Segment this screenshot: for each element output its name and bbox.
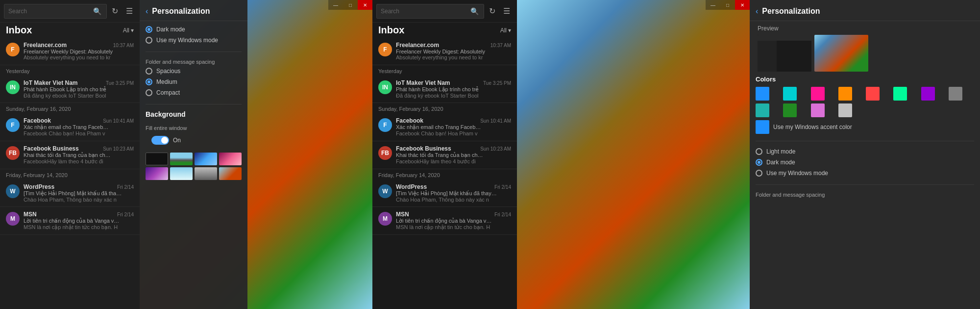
bg-image-right <box>517 0 750 309</box>
mid-avatar-3: FB <box>378 146 392 160</box>
pers-right-header: ‹ Personalization <box>750 0 980 21</box>
mail-content-4: WordPress Fri 2/14 [Tìm Việc Hải Phòng] … <box>24 183 134 203</box>
left-inbox-panel: 🔍 ↻ ☰ Inbox All ▾ F Freelancer.com 10:37… <box>0 0 140 309</box>
maximize-btn-r[interactable]: □ <box>720 0 735 10</box>
right-dark-mode-option[interactable]: Dark mode <box>756 159 974 166</box>
bg-thumb-purple[interactable] <box>146 167 168 180</box>
mid-avatar-4: W <box>378 184 392 198</box>
bg-thumb-dark[interactable] <box>146 153 168 165</box>
pers-left-mode-section: Dark mode Use my Windows mode <box>140 21 247 50</box>
pers-bg-title: Background <box>140 106 247 120</box>
left-mail-item-3[interactable]: FB Facebook Business Sun 10:23 AM Khai t… <box>0 141 140 169</box>
color-swatch-6[interactable] <box>921 87 935 101</box>
pers-left-header: ‹ Personalization <box>140 0 247 21</box>
color-swatch-11[interactable] <box>838 103 852 117</box>
bg-thumb-japan[interactable] <box>219 167 242 180</box>
mid-mail-content-4: WordPress Fri 2/14 [Tìm Việc Hải Phòng] … <box>396 183 511 203</box>
color-swatch-8[interactable] <box>756 103 769 117</box>
section-friday-left: Friday, February 14, 2020 <box>0 169 140 180</box>
medium-radio[interactable] <box>146 78 152 85</box>
dark-mode-radio[interactable] <box>146 26 152 33</box>
section-yesterday-left: Yesterday <box>0 65 140 76</box>
mid-search-input[interactable] <box>381 8 469 15</box>
mid-mail-item-2[interactable]: F Facebook Sun 10:41 AM Xác nhận email c… <box>372 113 517 141</box>
close-btn[interactable]: ✕ <box>358 0 372 10</box>
mid-mail-item-4[interactable]: W WordPress Fri 2/14 [Tìm Việc Hải Phòng… <box>372 180 517 207</box>
bg-thumb-mountain[interactable] <box>170 153 193 165</box>
right-windows-mode-radio[interactable] <box>756 170 762 177</box>
color-swatch-9[interactable] <box>783 103 797 117</box>
mid-search-wrap[interactable]: 🔍 <box>376 4 484 19</box>
mid-mail-content-1: IoT Maker Viet Nam Tue 3:25 PM Phát hành… <box>396 79 511 99</box>
fill-window-toggle[interactable] <box>151 136 169 145</box>
color-swatch-10[interactable] <box>811 103 825 117</box>
bg-thumb-sky[interactable] <box>170 167 193 180</box>
right-light-mode-radio[interactable] <box>756 148 762 155</box>
compact-radio[interactable] <box>146 89 152 96</box>
mid-mail-item-5[interactable]: M MSN Fri 2/14 Lời tiên tri chấn động củ… <box>372 207 517 235</box>
mid-all-button[interactable]: All ▾ <box>500 27 511 34</box>
spacious-option[interactable]: Spacious <box>146 68 242 75</box>
mid-mail-content-0: Freelancer.com 10:37 AM Freelancer Weekl… <box>396 42 511 60</box>
left-mail-item-2[interactable]: F Facebook Sun 10:41 AM Xác nhận email c… <box>0 113 140 141</box>
pers-spacing-label: Folder and message spacing <box>146 59 242 65</box>
mid-mail-list: F Freelancer.com 10:37 AM Freelancer Wee… <box>372 38 517 309</box>
maximize-btn[interactable]: □ <box>343 0 358 10</box>
left-mail-item-5[interactable]: M MSN Fri 2/14 Lời tiên tri chấn động củ… <box>0 207 140 235</box>
accent-swatch <box>756 120 769 134</box>
section-sunday-mid: Sunday, February 16, 2020 <box>372 103 517 113</box>
mid-refresh-icon[interactable]: ↻ <box>486 4 498 18</box>
dark-mode-option[interactable]: Dark mode <box>146 26 242 33</box>
left-refresh-icon[interactable]: ↻ <box>109 4 121 18</box>
left-menu-icon[interactable]: ☰ <box>123 4 136 18</box>
left-all-button[interactable]: All ▾ <box>123 27 134 34</box>
color-swatch-4[interactable] <box>866 87 880 101</box>
left-mail-list: F Freelancer.com 10:37 AM Freelancer Wee… <box>0 38 140 309</box>
pers-right-back[interactable]: ‹ <box>756 7 758 16</box>
preview-japan-thumb <box>814 35 868 72</box>
avatar-5: M <box>6 212 20 226</box>
right-dark-mode-radio[interactable] <box>756 159 762 166</box>
color-swatch-7[interactable] <box>949 87 962 101</box>
medium-option[interactable]: Medium <box>146 78 242 85</box>
right-light-mode-option[interactable]: Light mode <box>756 148 974 155</box>
mid-search-icon[interactable]: 🔍 <box>469 7 480 15</box>
mid-menu-icon[interactable]: ☰ <box>500 4 513 18</box>
medium-label: Medium <box>156 78 177 85</box>
bg-thumb-grey[interactable] <box>195 167 217 180</box>
bg-thumb-pink[interactable] <box>219 153 242 165</box>
windows-mode-option[interactable]: Use my Windows mode <box>146 37 242 44</box>
fill-window-label: Fill entire window <box>146 125 242 131</box>
mid-mail-item-1[interactable]: IN IoT Maker Viet Nam Tue 3:25 PM Phát h… <box>372 76 517 103</box>
bg-thumb-blue[interactable] <box>195 153 217 165</box>
color-swatch-3[interactable] <box>838 87 852 101</box>
color-swatch-0[interactable] <box>756 87 769 101</box>
avatar-4: W <box>6 184 20 198</box>
avatar-1: IN <box>6 80 20 94</box>
mid-mail-item-0[interactable]: F Freelancer.com 10:37 AM Freelancer Wee… <box>372 38 517 65</box>
left-mail-item-0[interactable]: F Freelancer.com 10:37 AM Freelancer Wee… <box>0 38 140 65</box>
color-swatch-5[interactable] <box>893 87 907 101</box>
color-swatch-2[interactable] <box>811 87 825 101</box>
left-mail-item-4[interactable]: W WordPress Fri 2/14 [Tìm Việc Hải Phòng… <box>0 180 140 207</box>
mid-inbox-panel: 🔍 ↻ ☰ Inbox All ▾ F Freelancer.com 10:37… <box>372 0 517 309</box>
pers-left-back[interactable]: ‹ <box>146 7 148 16</box>
avatar-2: F <box>6 118 20 132</box>
mail-content-2: Facebook Sun 10:41 AM Xác nhận email cho… <box>24 117 134 137</box>
left-mail-item-1[interactable]: IN IoT Maker Viet Nam Tue 3:25 PM Phát h… <box>0 76 140 103</box>
minimize-btn-r[interactable]: — <box>706 0 720 10</box>
mid-mail-item-3[interactable]: FB Facebook Business Sun 10:23 AM Khai t… <box>372 141 517 169</box>
preview-images <box>758 35 972 72</box>
left-search-wrap[interactable]: 🔍 <box>4 4 107 19</box>
color-swatch-1[interactable] <box>783 87 797 101</box>
left-search-icon[interactable]: 🔍 <box>92 7 102 15</box>
compact-option[interactable]: Compact <box>146 89 242 96</box>
minimize-btn[interactable]: — <box>328 0 343 10</box>
right-windows-mode-option[interactable]: Use my Windows mode <box>756 170 974 177</box>
windows-mode-radio[interactable] <box>146 37 152 44</box>
pers-bg-section: Fill entire window On <box>140 120 247 151</box>
close-btn-r[interactable]: ✕ <box>735 0 750 10</box>
spacious-radio[interactable] <box>146 68 152 75</box>
left-search-input[interactable] <box>8 8 92 15</box>
accent-color-btn[interactable]: Use my Windows accent color <box>756 120 974 134</box>
